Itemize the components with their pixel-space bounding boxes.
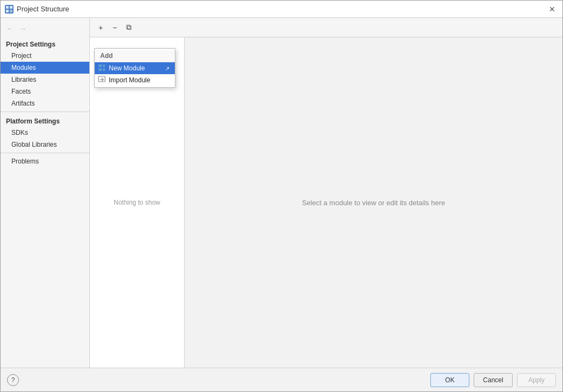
apply-button[interactable]: Apply xyxy=(517,373,556,387)
remove-button[interactable]: − xyxy=(108,21,121,34)
dialog-title: Project Structure xyxy=(17,5,69,13)
forward-button[interactable]: → xyxy=(17,23,29,34)
toolbar: + − ⧉ xyxy=(90,18,562,37)
dialog-body: ← → Project Settings Project Modules Lib… xyxy=(1,18,562,368)
new-module-item[interactable]: New Module ↗ xyxy=(95,62,175,74)
svg-rect-7 xyxy=(103,68,105,71)
sidebar-item-problems[interactable]: Problems xyxy=(1,155,89,167)
sidebar-item-project[interactable]: Project xyxy=(1,50,89,62)
platform-settings-label: Platform Settings xyxy=(1,114,89,127)
new-module-icon xyxy=(98,64,106,73)
help-button[interactable]: ? xyxy=(7,374,19,386)
sidebar-divider-2 xyxy=(1,153,89,153)
project-structure-dialog: Project Structure ✕ ← → Project Settings… xyxy=(0,0,563,392)
import-module-icon xyxy=(98,76,106,84)
title-bar-left: Project Structure xyxy=(5,5,69,14)
empty-message: Nothing to show xyxy=(114,199,160,206)
copy-button[interactable]: ⧉ xyxy=(122,21,135,34)
cursor-glyph: ↗ xyxy=(165,66,169,71)
back-button[interactable]: ← xyxy=(4,23,16,34)
import-module-item[interactable]: Import Module xyxy=(95,74,175,86)
footer-left: ? xyxy=(7,374,426,386)
sidebar-item-modules[interactable]: Modules xyxy=(1,62,89,74)
sidebar-item-facets[interactable]: Facets xyxy=(1,86,89,97)
detail-hint-text: Select a module to view or edit its deta… xyxy=(302,199,445,207)
footer: ? OK Cancel Apply xyxy=(1,368,562,391)
svg-rect-2 xyxy=(6,10,9,12)
dialog-icon xyxy=(5,5,14,14)
content-area: + − ⧉ Add xyxy=(90,18,562,368)
svg-rect-6 xyxy=(103,64,105,67)
svg-rect-4 xyxy=(99,64,102,67)
nav-back-forward: ← → xyxy=(1,22,89,37)
ok-button[interactable]: OK xyxy=(430,373,469,387)
sidebar-item-sdks[interactable]: SDKs xyxy=(1,127,89,139)
svg-rect-0 xyxy=(6,6,9,9)
sidebar-divider xyxy=(1,112,89,112)
sidebar-item-artifacts[interactable]: Artifacts xyxy=(1,97,89,109)
svg-rect-3 xyxy=(10,10,12,12)
svg-rect-1 xyxy=(10,6,12,9)
dropdown-header: Add xyxy=(95,50,175,62)
detail-panel: Select a module to view or edit its deta… xyxy=(185,37,562,368)
add-dropdown-menu: Add New Module ↗ xyxy=(94,48,175,88)
sidebar-item-libraries[interactable]: Libraries xyxy=(1,74,89,86)
title-bar: Project Structure ✕ xyxy=(1,1,562,18)
svg-rect-5 xyxy=(99,68,102,71)
close-button[interactable]: ✕ xyxy=(546,3,558,15)
sidebar-item-global-libraries[interactable]: Global Libraries xyxy=(1,139,89,151)
project-settings-label: Project Settings xyxy=(1,37,89,50)
cancel-button[interactable]: Cancel xyxy=(474,373,513,387)
add-button[interactable]: + xyxy=(94,21,107,34)
sidebar: ← → Project Settings Project Modules Lib… xyxy=(1,18,90,368)
